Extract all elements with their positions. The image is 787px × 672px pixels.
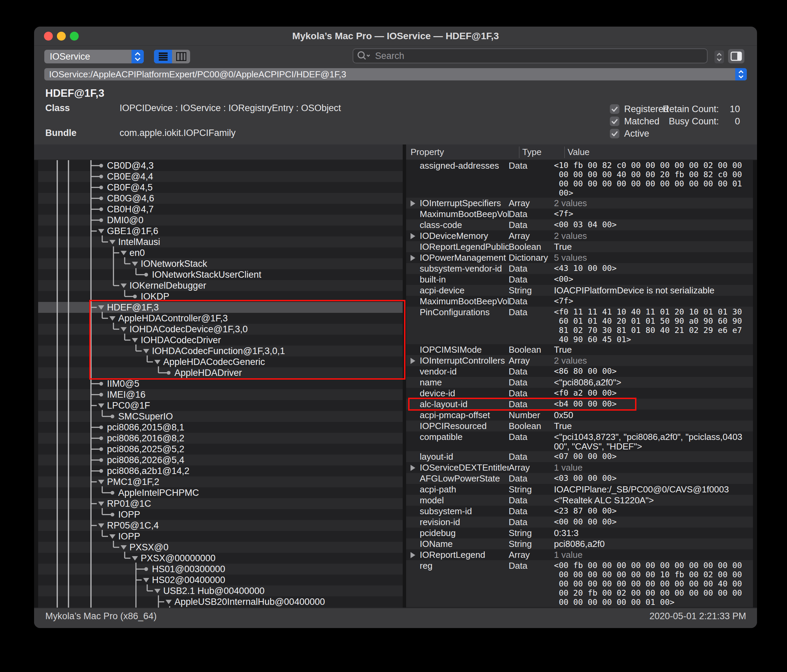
tree-node-label: PMC1@1F,2 — [107, 476, 159, 487]
tree-row[interactable]: pci8086,a2b1@14,2 — [38, 465, 403, 476]
tree-row[interactable]: IntelMausi — [38, 237, 403, 247]
tree-row[interactable]: AppleHDAController@1F,3 — [38, 313, 403, 324]
tree-row[interactable]: pci8086,2016@8,2 — [38, 433, 403, 444]
tree-row[interactable]: IONetworkStackUserClient — [38, 269, 403, 280]
property-row-IOInterruptSpecifiers[interactable]: IOInterruptSpecifiersArray2 values — [406, 198, 753, 209]
property-row-acpi-path[interactable]: acpi-pathStringIOACPIPlane:/_SB/PC00@0/C… — [406, 484, 753, 495]
list-view-button[interactable] — [154, 50, 172, 63]
property-row-layout-id[interactable]: layout-idData<07 00 00 00> — [406, 451, 753, 462]
tree-row[interactable]: PMC1@1F,2 — [38, 476, 403, 487]
tree-row[interactable]: CB0G@4,6 — [38, 193, 403, 204]
disclosure-arrow-icon[interactable] — [411, 200, 415, 207]
column-header-property[interactable]: Property — [411, 144, 444, 160]
minimize-button[interactable] — [57, 32, 66, 41]
property-row-AFGLowPowerState[interactable]: AFGLowPowerStateData<03 00 00 00> — [406, 473, 753, 484]
tree-row[interactable]: RP01@1C — [38, 498, 403, 509]
tree-row[interactable]: CB0H@4,7 — [38, 204, 403, 215]
property-row-revision-id[interactable]: revision-idData<00 00 00 00> — [406, 517, 753, 528]
property-row-vendor-id[interactable]: vendor-idData<86 80 00 00> — [406, 366, 753, 377]
zoom-button[interactable] — [70, 32, 79, 41]
tree-row[interactable]: HS01@00300000 — [38, 564, 403, 574]
column-view-button[interactable] — [172, 50, 190, 63]
tree-row[interactable]: AppleHDADriver — [38, 367, 403, 378]
tree-row[interactable]: AppleUSB20InternalHub@00400000 — [38, 596, 403, 607]
property-row-pcidebug[interactable]: pcidebugString0:31:3 — [406, 528, 753, 538]
tree-row[interactable]: USB2.1 Hub@00400000 — [38, 585, 403, 596]
path-stepper-icon[interactable] — [735, 68, 747, 81]
column-header-value[interactable]: Value — [567, 144, 590, 160]
tree-row[interactable]: CB0D@4,3 — [38, 160, 403, 171]
tree-row[interactable]: pci8086,2015@8,1 — [38, 422, 403, 433]
property-row-IODeviceMemory[interactable]: IODeviceMemoryArray2 values — [406, 230, 753, 241]
disclosure-arrow-icon[interactable] — [411, 233, 415, 239]
tree-row[interactable]: CB0E@4,4 — [38, 171, 403, 182]
disclosure-arrow-icon[interactable] — [411, 552, 415, 558]
property-row-IOServiceDEXTEntitlements[interactable]: IOServiceDEXTEntitlementsArray1 value — [406, 462, 753, 473]
tree-row[interactable]: LPC0@1F — [38, 400, 403, 411]
property-row-acpi-pmcap-offset[interactable]: acpi-pmcap-offsetNumber0x50 — [406, 410, 753, 421]
checkbox-active[interactable] — [610, 129, 619, 138]
tree-row[interactable]: IOPP — [38, 509, 403, 520]
search-input[interactable] — [352, 48, 708, 63]
registry-path-bar[interactable]: IOService:/AppleACPIPlatformExpert/PC00@… — [44, 68, 747, 81]
property-row-IOInterruptControllers[interactable]: IOInterruptControllersArray2 values — [406, 355, 753, 366]
property-row-model[interactable]: modelData<"Realtek ALC S1220A"> — [406, 495, 753, 506]
property-row-IOPCIResourced[interactable]: IOPCIResourcedBooleanTrue — [406, 421, 753, 432]
tree-row[interactable]: IOKDP — [38, 291, 403, 302]
tree-row[interactable]: GBE1@1F,6 — [38, 226, 403, 237]
disclosure-arrow-icon[interactable] — [411, 465, 415, 471]
column-header-type[interactable]: Type — [522, 144, 541, 160]
close-button[interactable] — [44, 32, 53, 41]
tree-row[interactable]: IOHDACodecFunction@1F,3,0,1 — [38, 346, 403, 356]
tree-row[interactable]: IOHDACodecDriver — [38, 335, 403, 346]
property-row-IOPCIMSIMode[interactable]: IOPCIMSIModeBooleanTrue — [406, 344, 753, 355]
inspector-toggle-button[interactable] — [728, 49, 744, 63]
tree-row[interactable]: IONetworkStack — [38, 258, 403, 269]
tree-row[interactable]: HS02@00400000 — [38, 574, 403, 585]
property-row-compatible[interactable]: compatibleData<"pci1043,8723", "pci8086,… — [406, 432, 753, 451]
property-row-PinConfigurations[interactable]: PinConfigurationsData<f0 11 11 41 10 40 … — [406, 307, 753, 344]
disclosure-arrow-icon[interactable] — [411, 255, 415, 261]
property-row-IOReportLegend[interactable]: IOReportLegendArray1 value — [406, 549, 753, 560]
property-row-built-in[interactable]: built-inData<00> — [406, 274, 753, 285]
tree-row[interactable]: IMEI@16 — [38, 389, 403, 400]
property-row-class-code[interactable]: class-codeData<00 03 04 00> — [406, 220, 753, 230]
tree-row[interactable]: pci8086,2026@5,4 — [38, 455, 403, 465]
tree-row[interactable]: IOKernelDebugger — [38, 280, 403, 291]
tree-row[interactable]: SMCSuperIO — [38, 411, 403, 422]
tree-node-label: IOKDP — [141, 291, 169, 302]
checkbox-registered[interactable] — [610, 104, 619, 114]
disclosure-arrow-icon[interactable] — [411, 358, 415, 364]
tree-row[interactable]: CB0F@4,5 — [38, 182, 403, 193]
property-row-MaximumBootBeepVolume[interactable]: MaximumBootBeepVolumeData<7f> — [406, 296, 753, 307]
tree-row[interactable]: IIM0@5 — [38, 378, 403, 389]
property-row-IOName[interactable]: IONameStringpci8086,a2f0 — [406, 538, 753, 549]
plane-selector-dropdown[interactable]: IOService — [44, 50, 144, 63]
property-row-MaximumBootBeepVolume[interactable]: MaximumBootBeepVolume…Data<7f> — [406, 209, 753, 220]
property-row-acpi-device[interactable]: acpi-deviceStringIOACPIPlatformDevice is… — [406, 285, 753, 296]
pane-divider[interactable] — [403, 144, 406, 607]
checkbox-matched[interactable] — [610, 117, 619, 126]
property-row-name[interactable]: nameData<"pci8086,a2f0"> — [406, 377, 753, 388]
property-row-subsystem-id[interactable]: subsystem-idData<23 87 00 00> — [406, 506, 753, 517]
property-row-device-id[interactable]: device-idData<f0 a2 00 00> — [406, 388, 753, 399]
tree-row[interactable]: PXSX@00000000 — [38, 553, 403, 564]
tree-row[interactable]: pci8086,2025@5,2 — [38, 444, 403, 455]
tree-row[interactable]: DMI0@0 — [38, 215, 403, 226]
tree-row[interactable]: IOHDACodecDevice@1F,3,0 — [38, 324, 403, 335]
tree-row-selected[interactable]: HDEF@1F,3 — [38, 302, 403, 313]
tree-row[interactable]: AppleIntelPCHPMC — [38, 487, 403, 498]
tree-row[interactable]: PXSX@0 — [38, 542, 403, 553]
history-stepper[interactable] — [714, 51, 724, 63]
property-row-reg[interactable]: regData<00 fb 00 00 00 00 00 00 00 00 00… — [406, 560, 753, 607]
property-row-subsystem-vendor-id[interactable]: subsystem-vendor-idData<43 10 00 00> — [406, 263, 753, 274]
tree-row[interactable]: RP05@1C,4 — [38, 520, 403, 531]
property-row-IOReportLegendPublic[interactable]: IOReportLegendPublicBooleanTrue — [406, 241, 753, 252]
tree-row[interactable]: en0 — [38, 247, 403, 258]
property-row-IOPowerManagement[interactable]: IOPowerManagementDictionary5 values — [406, 252, 753, 263]
tree-node-label: IntelMausi — [118, 237, 160, 247]
tree-row[interactable]: IOPP — [38, 531, 403, 542]
property-row-alc-layout-id[interactable]: alc-layout-idData<b4 00 00 00> — [406, 399, 753, 410]
property-row-assigned-addresses[interactable]: assigned-addressesData<10 fb 00 82 c0 00… — [406, 160, 753, 198]
tree-row[interactable]: AppleHDACodecGeneric — [38, 356, 403, 367]
